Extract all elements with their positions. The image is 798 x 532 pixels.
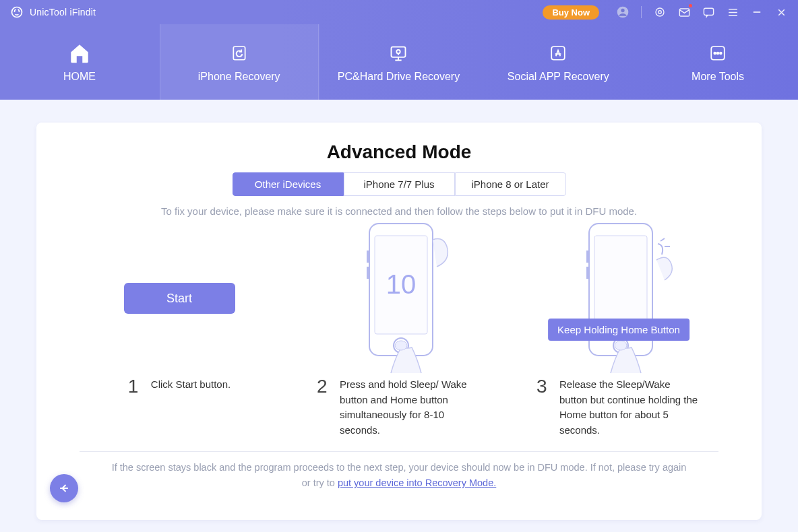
svg-point-9	[397, 50, 400, 53]
keep-holding-label: Keep Holding Home Button	[548, 319, 689, 341]
svg-rect-19	[367, 267, 369, 279]
svg-point-0	[12, 7, 22, 18]
target-icon[interactable]	[652, 5, 667, 20]
svg-rect-6	[704, 8, 713, 15]
phone-countdown-illustration: 10	[332, 220, 466, 377]
svg-rect-18	[367, 251, 369, 263]
step-number: 3	[536, 377, 551, 396]
phone-release-illustration	[551, 220, 686, 377]
appstore-icon	[546, 41, 570, 65]
close-icon[interactable]	[774, 5, 789, 20]
hamburger-menu-icon[interactable]	[725, 5, 740, 20]
mail-icon[interactable]	[677, 5, 692, 20]
chat-icon[interactable]	[701, 5, 716, 20]
svg-point-3	[656, 8, 664, 16]
nav-bar: HOME iPhone Recovery PC&Hard Drive Recov…	[0, 24, 798, 100]
device-tabs: Other iDevices iPhone 7/7 Plus iPhone 8 …	[59, 172, 739, 196]
content-area: Advanced Mode Other iDevices iPhone 7/7 …	[0, 100, 798, 525]
nav-label: Social APP Recovery	[508, 71, 609, 83]
refresh-icon	[227, 41, 251, 65]
step-caption: Press and hold Sleep/ Wake button and Ho…	[340, 377, 481, 438]
nav-social-recovery[interactable]: Social APP Recovery	[479, 24, 638, 100]
svg-point-2	[621, 9, 624, 12]
arrow-left-icon	[57, 481, 71, 495]
more-icon	[706, 41, 730, 65]
step-number: 2	[317, 377, 332, 396]
svg-point-20	[395, 341, 407, 350]
app-logo-icon	[9, 5, 24, 20]
titlebar-icons	[615, 5, 789, 20]
buy-now-button[interactable]: Buy Now	[543, 5, 599, 20]
titlebar: UnicTool iFindit Buy Now	[0, 0, 798, 24]
svg-point-4	[658, 11, 662, 14]
nav-home[interactable]: HOME	[0, 24, 160, 100]
tab-iphone-7[interactable]: iPhone 7/7 Plus	[344, 172, 455, 196]
svg-rect-8	[392, 47, 406, 57]
nav-label: More Tools	[692, 71, 744, 83]
steps-row: Start 1 Click Start button. 10	[59, 220, 739, 438]
svg-point-14	[720, 53, 722, 55]
step-caption: Click Start button.	[151, 377, 231, 393]
nav-pc-recovery[interactable]: PC&Hard Drive Recovery	[319, 24, 479, 100]
countdown-value: 10	[386, 269, 417, 299]
profile-icon[interactable]	[615, 5, 630, 20]
step-3-column: Keep Holding Home Button 3 Release the S…	[512, 220, 725, 438]
svg-rect-24	[586, 251, 588, 263]
instruction-text: To fix your device, please make sure it …	[59, 205, 739, 217]
start-button[interactable]: Start	[124, 283, 235, 314]
footer-note: If the screen stays black and the progra…	[59, 460, 739, 491]
step-caption: Release the Sleep/Wake button but contin…	[559, 377, 701, 438]
step-1-column: Start 1 Click Start button.	[73, 220, 286, 438]
app-title: UnicTool iFindit	[30, 7, 96, 18]
tab-iphone-8[interactable]: iPhone 8 or Later	[455, 172, 566, 196]
nav-more-tools[interactable]: More Tools	[638, 24, 798, 100]
recovery-mode-link[interactable]: put your device into Recovery Mode.	[338, 477, 496, 488]
tab-other-idevices[interactable]: Other iDevices	[233, 172, 344, 196]
nav-label: PC&Hard Drive Recovery	[338, 71, 460, 83]
divider	[80, 451, 718, 452]
separator	[641, 6, 642, 18]
step-number: 1	[128, 377, 143, 396]
back-button[interactable]	[50, 474, 78, 502]
app-header: UnicTool iFindit Buy Now	[0, 0, 798, 100]
minimize-icon[interactable]	[749, 5, 764, 20]
main-card: Advanced Mode Other iDevices iPhone 7/7 …	[36, 123, 762, 520]
notification-dot	[689, 4, 692, 7]
svg-point-12	[714, 53, 716, 55]
nav-label: iPhone Recovery	[198, 71, 280, 83]
svg-point-26	[615, 341, 627, 350]
home-icon	[67, 41, 92, 65]
page-title: Advanced Mode	[59, 141, 739, 163]
svg-rect-7	[233, 46, 245, 60]
nav-iphone-recovery[interactable]: iPhone Recovery	[160, 24, 319, 100]
step-2-column: 10 2 Press and hold Sleep/ Wake button a…	[293, 220, 505, 438]
svg-rect-10	[552, 46, 565, 60]
svg-rect-25	[586, 267, 588, 279]
monitor-icon	[386, 41, 410, 65]
nav-label: HOME	[63, 71, 96, 83]
svg-point-13	[717, 53, 719, 55]
